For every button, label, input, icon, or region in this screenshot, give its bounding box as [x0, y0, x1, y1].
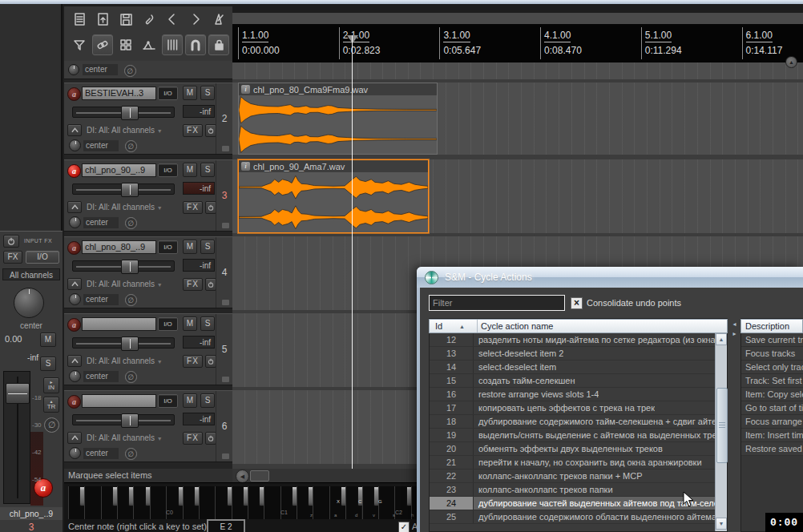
mcp-phase-button[interactable]: ∅ — [44, 417, 59, 433]
mcp-io-button[interactable]: I/O — [26, 251, 59, 264]
track-name[interactable] — [82, 317, 156, 331]
fx-power-icon[interactable] — [205, 124, 216, 137]
consolidate-undo-checkbox[interactable]: × — [571, 297, 583, 309]
mute-button[interactable]: M — [183, 163, 197, 177]
mcp-fx-button[interactable]: FX — [3, 251, 22, 264]
track-name[interactable]: BESTIEVAH..3 — [82, 87, 156, 100]
timeline-ruler[interactable]: 1.1.00 0:00.0002.1.00 0:02.8233.1.00 0:0… — [232, 24, 803, 62]
description-row[interactable]: Go to start of ti — [741, 401, 803, 415]
cycle-action-row[interactable]: 13 select-deselect item 2 — [430, 347, 715, 361]
cycle-action-row[interactable]: 16 restore arrange views slots 1-4 — [430, 388, 715, 401]
phase-button[interactable]: ∅ — [125, 448, 137, 460]
pan-knob[interactable] — [69, 216, 81, 228]
fader-thumb[interactable] — [6, 383, 30, 404]
record-arm-button[interactable]: a — [67, 164, 81, 178]
redo-button[interactable] — [185, 9, 206, 30]
marquee-select-button[interactable] — [69, 34, 90, 55]
mcp-mute-button[interactable]: M — [40, 332, 56, 347]
input-selector[interactable]: DI: All: All channels ▼ — [87, 203, 163, 212]
volume-thumb[interactable] — [121, 106, 139, 120]
solo-button[interactable]: S — [200, 86, 215, 100]
fx-button[interactable]: FX — [183, 355, 203, 368]
vkb-checkbox[interactable]: ✓ — [398, 522, 410, 532]
pan-knob[interactable] — [68, 64, 79, 75]
volume-slider[interactable] — [72, 337, 175, 349]
scroll-thumb[interactable] — [716, 388, 728, 463]
phase-button[interactable]: ∅ — [124, 65, 136, 77]
item-info-icon[interactable]: i — [241, 85, 250, 94]
pan-knob[interactable] — [69, 293, 81, 305]
track-panel[interactable]: a chl_pno_80_..9 I/O M S -inf DI: All: A… — [64, 236, 232, 308]
track-panel[interactable]: a I/O M S -inf DI: All: All channels ▼ F… — [64, 313, 232, 385]
phase-button[interactable]: ∅ — [125, 294, 137, 306]
pan-knob[interactable] — [69, 139, 81, 151]
column-description[interactable]: Description — [740, 319, 803, 333]
description-row[interactable]: Select only trac — [741, 361, 803, 374]
description-row[interactable]: Restore saved t — [741, 442, 803, 456]
track-lane[interactable] — [232, 62, 803, 79]
record-arm-button[interactable]: a — [67, 395, 81, 409]
phase-button[interactable]: ∅ — [125, 140, 137, 152]
fx-power-icon[interactable] — [205, 278, 216, 291]
fx-power-icon[interactable] — [205, 201, 216, 214]
record-arm-button[interactable]: a — [67, 318, 81, 332]
track-panel[interactable]: a BESTIEVAH..3 I/O M S -inf DI: All: All… — [64, 83, 232, 155]
mcp-track-name[interactable]: chl_pno_..9 — [0, 507, 63, 520]
cycle-action-row[interactable]: 19 выделить/снять выделение с айтемов на… — [430, 429, 715, 442]
record-arm-button[interactable]: a — [67, 241, 81, 255]
horizontal-scroll-thumb[interactable] — [250, 470, 269, 482]
track-io-button[interactable]: I/O — [158, 87, 178, 100]
description-list[interactable]: Description Save current traFocus tracks… — [740, 318, 803, 532]
cycle-action-row[interactable]: 12 разделить ноты миди-айтема по сетке р… — [430, 333, 715, 347]
filter-input[interactable]: Filter — [429, 295, 565, 311]
open-project-button[interactable] — [92, 9, 113, 30]
input-selector[interactable]: DI: All: All channels ▼ — [87, 126, 163, 135]
volume-slider[interactable] — [72, 260, 175, 272]
scroll-up-icon[interactable]: ▲ — [716, 333, 727, 345]
item-header[interactable]: i chl_pno_80_Cma9Fma9.wav — [239, 83, 437, 95]
track-io-button[interactable]: I/O — [158, 317, 178, 331]
list-vertical-scrollbar[interactable]: ▲ ▼ — [715, 333, 727, 531]
cycle-action-row[interactable]: 25 дублирование содержимого области выде… — [430, 510, 715, 524]
arrange-scroll-zoom-button[interactable]: ▲ — [785, 56, 797, 68]
track-name[interactable]: chl_pno_80_..9 — [82, 240, 156, 254]
white-key[interactable] — [264, 486, 280, 519]
snap-button[interactable] — [185, 34, 206, 55]
cycle-action-row[interactable]: 22 коллапс-анколлапс треков папки + MCP — [430, 470, 715, 483]
envelope-button[interactable] — [139, 34, 159, 55]
input-selector[interactable]: DI: All: All channels ▼ — [87, 280, 163, 288]
fold-button[interactable] — [67, 355, 82, 367]
cycle-action-row[interactable]: 18 дублирование содержимого тайм-селекше… — [430, 415, 715, 429]
white-key[interactable] — [150, 486, 166, 519]
fold-button[interactable] — [67, 432, 82, 444]
grouping-button[interactable] — [92, 34, 113, 55]
mute-button[interactable]: M — [183, 86, 197, 100]
mcp-solo-button[interactable]: S — [40, 357, 56, 371]
dialog-titlebar[interactable]: S&M - Cycle Actions — [417, 267, 803, 288]
track-io-button[interactable]: I/O — [158, 394, 178, 408]
solo-button[interactable]: S — [200, 240, 215, 254]
grid-button[interactable] — [162, 34, 183, 55]
pane-splitter[interactable]: ◂▸ — [730, 320, 739, 341]
cycle-action-row[interactable]: 20 обменять эффекты двух выделенных трек… — [430, 442, 715, 456]
center-note-input[interactable]: E 2 — [207, 519, 245, 532]
folder-icon[interactable] — [222, 300, 229, 305]
solo-button[interactable]: S — [200, 163, 215, 177]
white-key[interactable] — [84, 486, 100, 519]
folder-icon[interactable] — [222, 223, 229, 228]
item-info-icon[interactable]: i — [241, 162, 250, 171]
description-row[interactable]: Focus tracks — [741, 347, 803, 361]
track-name[interactable]: chl_pno_90_..9 — [82, 163, 156, 177]
column-action-name[interactable]: Cycle action name — [477, 320, 554, 332]
input-fx-label[interactable]: INPUT FX — [24, 238, 52, 244]
edit-cursor-marker[interactable] — [347, 35, 358, 43]
volume-thumb[interactable] — [121, 183, 139, 197]
fx-button[interactable]: FX — [183, 201, 203, 214]
phase-button[interactable]: ∅ — [125, 371, 137, 383]
attach-button[interactable] — [139, 9, 159, 30]
cycle-action-row[interactable]: 15 создать тайм-селекшен — [430, 374, 715, 388]
media-item[interactable]: i chl_pno_90_Ama7.wav — [238, 159, 429, 233]
mute-button[interactable]: M — [183, 316, 197, 331]
volume-slider[interactable] — [72, 414, 175, 425]
undo-button[interactable] — [162, 9, 183, 30]
